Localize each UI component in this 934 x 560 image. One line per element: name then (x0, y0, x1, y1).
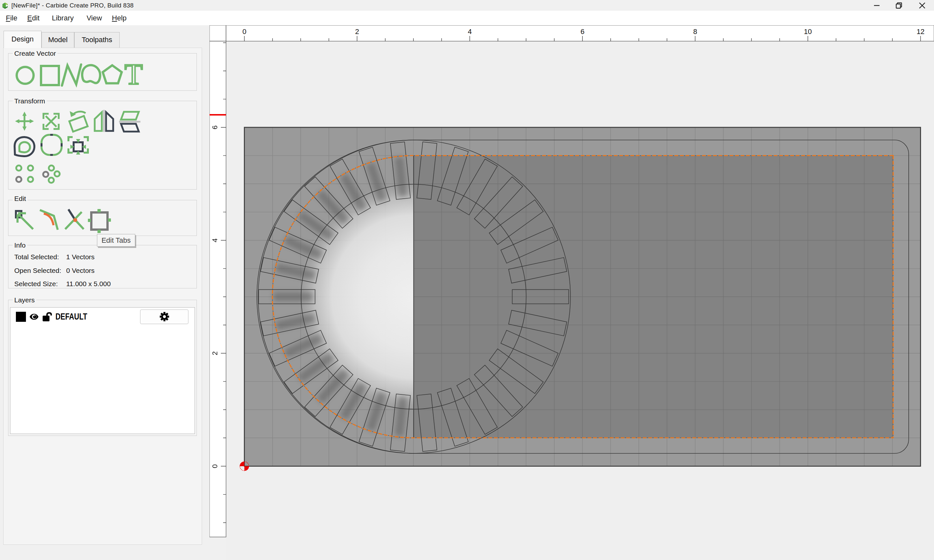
svg-text:4: 4 (468, 28, 472, 35)
svg-text:0: 0 (211, 464, 219, 468)
svg-text:6: 6 (581, 28, 584, 35)
svg-text:4: 4 (211, 238, 219, 242)
svg-text:8: 8 (693, 28, 697, 35)
svg-text:6: 6 (211, 125, 219, 129)
svg-text:10: 10 (804, 28, 812, 35)
svg-text:2: 2 (211, 351, 219, 355)
svg-text:2: 2 (355, 28, 359, 35)
svg-text:12: 12 (917, 28, 924, 35)
svg-text:T: T (125, 58, 143, 91)
svg-text:0: 0 (242, 28, 246, 35)
